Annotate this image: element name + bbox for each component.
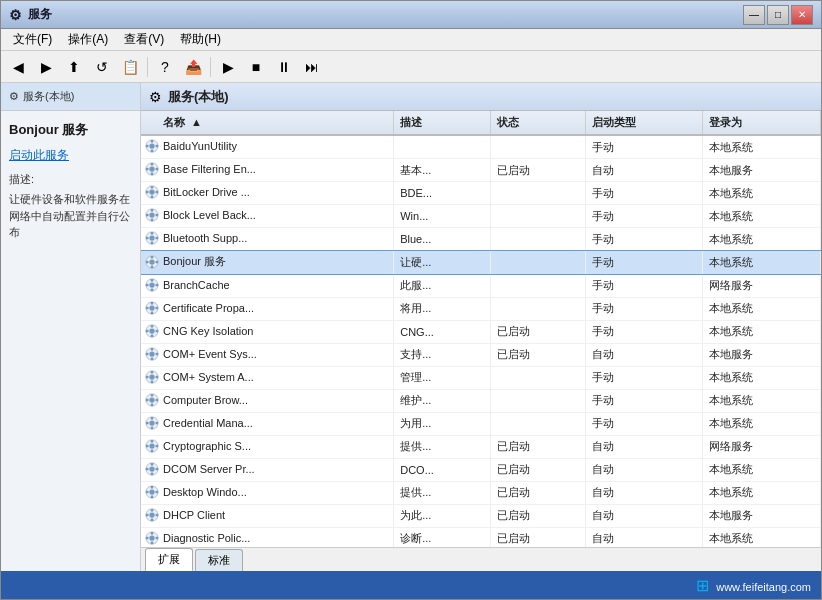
- cell-startup: 自动: [585, 458, 703, 481]
- table-row[interactable]: DHCP Client为此...已启动自动本地服务: [141, 504, 821, 527]
- cell-startup: 手动: [585, 228, 703, 251]
- table-row[interactable]: Diagnostic Polic...诊断...已启动自动本地系统: [141, 527, 821, 547]
- svg-point-91: [149, 489, 154, 494]
- help-button[interactable]: ?: [152, 55, 178, 79]
- stop-button[interactable]: ■: [243, 55, 269, 79]
- toolbar-separator-1: [147, 57, 148, 77]
- cell-status: [490, 366, 585, 389]
- toolbar-separator-2: [210, 57, 211, 77]
- table-row[interactable]: Base Filtering En...基本...已启动自动本地服务: [141, 159, 821, 182]
- svg-rect-32: [151, 255, 154, 258]
- title-bar-left: ⚙ 服务: [9, 6, 52, 23]
- svg-rect-52: [146, 329, 149, 332]
- svg-rect-27: [151, 242, 154, 245]
- table-row[interactable]: COM+ Event Sys...支持...已启动自动本地服务: [141, 343, 821, 366]
- cell-startup: 手动: [585, 135, 703, 159]
- sidebar-desc-text: 让硬件设备和软件服务在网络中自动配置并自行公布: [9, 191, 132, 241]
- restart-button[interactable]: ⏭: [299, 55, 325, 79]
- refresh-button[interactable]: ↺: [89, 55, 115, 79]
- sidebar-desc-label: 描述:: [9, 172, 132, 187]
- table-row[interactable]: BitLocker Drive ...BDE...手动本地系统: [141, 182, 821, 205]
- cell-status: [490, 274, 585, 297]
- properties-button[interactable]: 📋: [117, 55, 143, 79]
- col-startup[interactable]: 启动类型: [585, 111, 703, 135]
- services-table-container[interactable]: 名称 ▲ 描述 状态 启动类型 登录为 BaiduYunUtility手动本地系…: [141, 111, 821, 547]
- menu-file[interactable]: 文件(F): [5, 29, 60, 50]
- start-button[interactable]: ▶: [215, 55, 241, 79]
- table-row[interactable]: BranchCache此服...手动网络服务: [141, 274, 821, 297]
- back-button[interactable]: ◀: [5, 55, 31, 79]
- menu-view[interactable]: 查看(V): [116, 29, 172, 50]
- tab-expand[interactable]: 扩展: [145, 548, 193, 571]
- cell-name: Block Level Back...: [141, 205, 394, 228]
- cell-logon: 网络服务: [703, 274, 821, 297]
- svg-point-37: [149, 282, 154, 287]
- svg-rect-44: [151, 301, 154, 304]
- svg-rect-50: [151, 324, 154, 327]
- cell-name: Computer Brow...: [141, 389, 394, 412]
- table-row[interactable]: COM+ System A...管理...手动本地系统: [141, 366, 821, 389]
- col-logon[interactable]: 登录为: [703, 111, 821, 135]
- table-row[interactable]: CNG Key IsolationCNG...已启动手动本地系统: [141, 320, 821, 343]
- svg-rect-21: [151, 219, 154, 222]
- svg-point-49: [149, 328, 154, 333]
- table-row[interactable]: Computer Brow...维护...手动本地系统: [141, 389, 821, 412]
- sidebar-content: Bonjour 服务 启动此服务 描述: 让硬件设备和软件服务在网络中自动配置并…: [1, 111, 140, 571]
- svg-rect-95: [156, 490, 159, 493]
- minimize-button[interactable]: —: [743, 5, 765, 25]
- svg-rect-93: [151, 495, 154, 498]
- svg-rect-40: [146, 283, 149, 286]
- table-row[interactable]: Certificate Propa...将用...手动本地系统: [141, 297, 821, 320]
- svg-point-85: [149, 466, 154, 471]
- menu-help[interactable]: 帮助(H): [172, 29, 229, 50]
- table-row[interactable]: Bonjour 服务让硬...手动本地系统: [141, 251, 821, 275]
- cell-logon: 本地系统: [703, 389, 821, 412]
- svg-rect-104: [151, 531, 154, 534]
- tab-standard[interactable]: 标准: [195, 549, 243, 571]
- start-service-link[interactable]: 启动此服务: [9, 147, 132, 164]
- cell-startup: 手动: [585, 366, 703, 389]
- svg-rect-80: [151, 439, 154, 442]
- table-row[interactable]: Cryptographic S...提供...已启动自动网络服务: [141, 435, 821, 458]
- close-button[interactable]: ✕: [791, 5, 813, 25]
- svg-point-31: [149, 259, 154, 264]
- maximize-button[interactable]: □: [767, 5, 789, 25]
- table-row[interactable]: Credential Mana...为用...手动本地系统: [141, 412, 821, 435]
- cell-startup: 手动: [585, 205, 703, 228]
- svg-point-19: [149, 212, 154, 217]
- window-title: 服务: [28, 6, 52, 23]
- cell-name: Certificate Propa...: [141, 297, 394, 320]
- table-row[interactable]: Block Level Back...Win...手动本地系统: [141, 205, 821, 228]
- col-name[interactable]: 名称 ▲: [141, 111, 394, 135]
- svg-rect-63: [151, 380, 154, 383]
- cell-name: BranchCache: [141, 274, 394, 297]
- table-row[interactable]: BaiduYunUtility手动本地系统: [141, 135, 821, 159]
- svg-rect-107: [156, 536, 159, 539]
- svg-rect-74: [151, 416, 154, 419]
- cell-logon: 本地系统: [703, 135, 821, 159]
- cell-desc: 让硬...: [394, 251, 490, 275]
- menu-action[interactable]: 操作(A): [60, 29, 116, 50]
- cell-logon: 本地系统: [703, 182, 821, 205]
- svg-rect-45: [151, 311, 154, 314]
- cell-desc: 基本...: [394, 159, 490, 182]
- pause-button[interactable]: ⏸: [271, 55, 297, 79]
- svg-rect-64: [146, 375, 149, 378]
- col-desc[interactable]: 描述: [394, 111, 490, 135]
- col-status[interactable]: 状态: [490, 111, 585, 135]
- export-button[interactable]: 📤: [180, 55, 206, 79]
- cell-logon: 本地系统: [703, 458, 821, 481]
- svg-rect-41: [156, 283, 159, 286]
- svg-point-67: [149, 397, 154, 402]
- forward-button[interactable]: ▶: [33, 55, 59, 79]
- svg-rect-105: [151, 541, 154, 544]
- up-button[interactable]: ⬆: [61, 55, 87, 79]
- table-row[interactable]: Bluetooth Supp...Blue...手动本地系统: [141, 228, 821, 251]
- cell-name: DCOM Server Pr...: [141, 458, 394, 481]
- table-row[interactable]: DCOM Server Pr...DCO...已启动自动本地系统: [141, 458, 821, 481]
- svg-rect-33: [151, 265, 154, 268]
- cell-status: 已启动: [490, 435, 585, 458]
- svg-point-55: [149, 351, 154, 356]
- cell-desc: BDE...: [394, 182, 490, 205]
- table-row[interactable]: Desktop Windo...提供...已启动自动本地系统: [141, 481, 821, 504]
